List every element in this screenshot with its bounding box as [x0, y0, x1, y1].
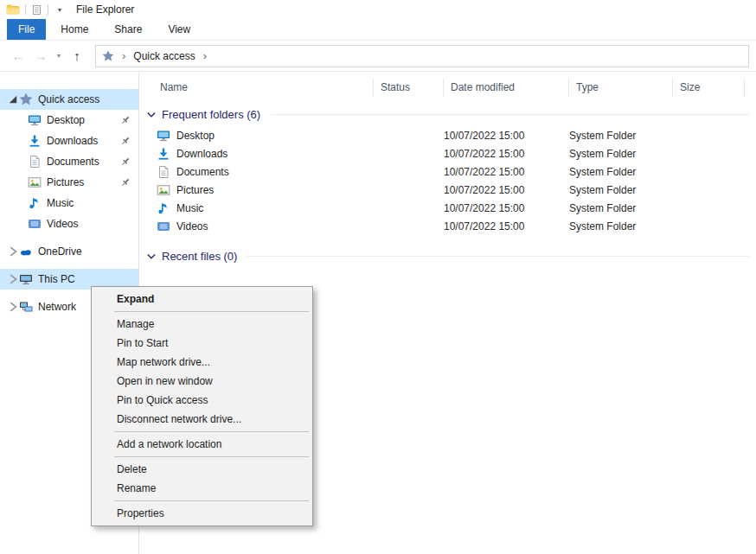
sidebar-item-label: Quick access — [38, 93, 99, 105]
group-collapse-icon[interactable] — [146, 110, 157, 120]
column-header-name[interactable]: Name — [153, 78, 374, 97]
ribbon-tab-file[interactable]: File — [7, 19, 46, 40]
sidebar-item-music[interactable]: Music — [0, 193, 138, 213]
pin-icon — [120, 136, 131, 146]
forward-button[interactable]: → — [29, 48, 52, 63]
navigation-bar: ← → ▾ ↑ › Quick access › — [0, 41, 756, 72]
column-header-size[interactable]: Size — [673, 78, 745, 97]
window-title: File Explorer — [76, 3, 134, 16]
file-type-cell: System Folder — [569, 202, 673, 214]
column-header-date-modified[interactable]: Date modified — [444, 78, 569, 97]
file-type-cell: System Folder — [569, 166, 673, 178]
file-type-cell: System Folder — [569, 130, 673, 142]
menu-separator — [114, 500, 309, 501]
file-name: Desktop — [176, 130, 215, 142]
breadcrumb-chevron-icon[interactable]: › — [122, 49, 125, 62]
sidebar-item-label: Network — [38, 301, 76, 313]
group-header-rule — [271, 114, 749, 115]
file-date-cell: 10/07/2022 15:00 — [444, 148, 569, 160]
file-row-videos[interactable]: Videos10/07/2022 15:00System Folder — [139, 217, 756, 235]
menu-item-rename[interactable]: Rename — [92, 479, 312, 498]
chevron-collapsed-icon[interactable] — [7, 302, 19, 312]
file-date-cell: 10/07/2022 15:00 — [444, 202, 569, 214]
ribbon-tab-share[interactable]: Share — [103, 19, 153, 40]
pictures-icon — [28, 175, 42, 189]
file-type-cell: System Folder — [569, 220, 673, 232]
menu-item-disconnect-network-drive[interactable]: Disconnect network drive... — [92, 410, 312, 429]
file-type-cell: System Folder — [569, 148, 673, 160]
sidebar-item-pictures[interactable]: Pictures — [0, 172, 138, 193]
file-row-pictures[interactable]: Pictures10/07/2022 15:00System Folder — [139, 181, 756, 199]
column-headers: NameStatusDate modifiedTypeSize — [139, 77, 756, 98]
sidebar-item-desktop[interactable]: Desktop — [0, 110, 138, 131]
chevron-spacer — [16, 177, 28, 188]
explorer-logo-icon — [6, 3, 20, 16]
file-name: Pictures — [176, 184, 214, 196]
downloads-icon — [28, 134, 42, 148]
videos-icon — [157, 220, 170, 233]
up-button[interactable]: ↑ — [66, 48, 88, 63]
file-row-documents[interactable]: Documents10/07/2022 15:00System Folder — [139, 162, 756, 181]
file-date-cell: 10/07/2022 15:00 — [444, 166, 569, 178]
menu-item-open-in-new-window[interactable]: Open in new window — [92, 372, 312, 391]
group-header-recent-files[interactable]: Recent files (0) — [146, 250, 749, 263]
file-row-music[interactable]: Music10/07/2022 15:00System Folder — [139, 199, 756, 217]
file-date-cell: 10/07/2022 15:00 — [444, 220, 569, 232]
file-row-downloads[interactable]: Downloads10/07/2022 15:00System Folder — [139, 144, 756, 162]
network-icon — [19, 300, 33, 314]
title-bar: ▾ File Explorer — [0, 0, 756, 19]
menu-item-properties[interactable]: Properties — [92, 504, 312, 523]
file-name-cell: Pictures — [157, 183, 374, 197]
recent-locations-dropdown-icon[interactable]: ▾ — [52, 52, 66, 60]
sidebar-item-onedrive[interactable]: OneDrive — [0, 241, 138, 262]
ribbon-tab-home[interactable]: Home — [49, 19, 99, 40]
file-name-cell: Downloads — [157, 147, 374, 161]
chevron-expanded-icon[interactable] — [7, 94, 19, 105]
back-button[interactable]: ← — [7, 48, 29, 63]
menu-item-manage[interactable]: Manage — [92, 315, 312, 334]
file-list: Desktop10/07/2022 15:00System FolderDown… — [139, 126, 756, 235]
documents-icon — [157, 165, 170, 179]
group-collapse-icon[interactable] — [146, 252, 157, 262]
pictures-icon — [157, 183, 170, 197]
sidebar-item-documents[interactable]: Documents — [0, 151, 138, 172]
videos-icon — [28, 217, 42, 231]
menu-item-expand[interactable]: Expand — [92, 290, 312, 309]
pin-icon — [120, 156, 131, 167]
toolbar-separator — [48, 4, 48, 15]
quick-access-toolbar-icon[interactable] — [31, 4, 42, 16]
breadcrumb[interactable]: Quick access — [133, 50, 195, 62]
group-header-frequent-folders[interactable]: Frequent folders (6) — [146, 108, 749, 121]
column-header-type[interactable]: Type — [569, 78, 673, 97]
menu-item-delete[interactable]: Delete — [92, 460, 312, 479]
chevron-collapsed-icon[interactable] — [7, 246, 19, 257]
qat-customize-dropdown-icon[interactable]: ▾ — [58, 6, 61, 14]
file-name-cell: Desktop — [157, 129, 374, 143]
music-icon — [28, 196, 42, 210]
this-pc-icon — [19, 272, 33, 286]
desktop-icon — [157, 129, 170, 143]
address-bar[interactable]: › Quick access › — [95, 45, 749, 67]
file-row-desktop[interactable]: Desktop10/07/2022 15:00System Folder — [139, 126, 756, 144]
file-name: Music — [176, 202, 203, 214]
ribbon-tab-view[interactable]: View — [157, 19, 202, 40]
group-label: Frequent folders (6) — [162, 108, 260, 121]
menu-item-map-network-drive[interactable]: Map network drive... — [92, 353, 312, 372]
sidebar-item-quick-access[interactable]: Quick access — [0, 89, 138, 110]
menu-item-pin-to-quick-access[interactable]: Pin to Quick access — [92, 391, 312, 410]
menu-separator — [114, 456, 309, 457]
column-header-status[interactable]: Status — [374, 78, 444, 97]
menu-item-pin-to-start[interactable]: Pin to Start — [92, 334, 312, 353]
ribbon-tabs: FileHomeShareView — [0, 19, 756, 41]
file-date-cell: 10/07/2022 15:00 — [444, 130, 569, 142]
sidebar-item-downloads[interactable]: Downloads — [0, 131, 138, 151]
sidebar-item-label: Desktop — [47, 114, 85, 126]
breadcrumb-chevron-icon[interactable]: › — [203, 49, 207, 62]
menu-item-add-a-network-location[interactable]: Add a network location — [92, 435, 312, 454]
documents-icon — [28, 155, 42, 169]
pin-icon — [120, 115, 131, 125]
sidebar-item-videos[interactable]: Videos — [0, 213, 138, 234]
sidebar-item-label: Documents — [47, 156, 99, 168]
sidebar-item-label: This PC — [38, 273, 75, 285]
chevron-collapsed-icon[interactable] — [7, 274, 19, 284]
